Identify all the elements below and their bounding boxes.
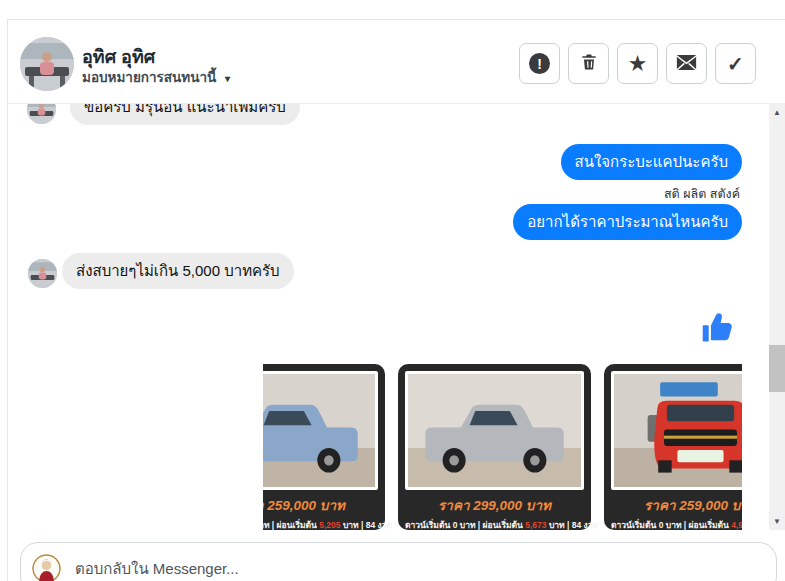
car-listing-card[interactable]: ราคา 299,000 บาท ดาวน์เริ่มต้น 0 บาท | ผ… xyxy=(398,364,591,530)
mark-as-done-button[interactable]: ✓ xyxy=(715,43,756,84)
person-photo-placeholder xyxy=(20,37,74,91)
check-icon: ✓ xyxy=(727,52,744,76)
envelope-icon xyxy=(676,54,697,74)
car-price: ราคา 299,000 บาท xyxy=(405,494,584,516)
installment-amount: 5,205 xyxy=(319,520,340,530)
exclamation-circle-icon: ! xyxy=(529,53,550,74)
star-icon: ★ xyxy=(629,54,646,73)
delete-button[interactable] xyxy=(568,43,609,84)
conversation-header: อุทิศ อุทิศ มอบหมายการสนทนานี้ ▾ ! ★ xyxy=(8,20,785,104)
incoming-message-bubble: ขอครับ มีรุ่นอื่น แนะนำเพิ่มครับ xyxy=(70,104,300,125)
car-finance-details: ดาวน์เริ่มต้น 0 บาท | ผ่อนเริ่มต้น 4,914… xyxy=(611,518,742,531)
outgoing-message-bubble: สนใจกระบะแคปนะครับ xyxy=(561,144,742,180)
scroll-up-arrow-icon[interactable]: ▲ xyxy=(769,105,785,119)
image-album-carousel: ราคา 259,000 บาท ดาวน์เริ่มต้น 0 บาท | ผ… xyxy=(263,364,742,531)
reply-composer[interactable] xyxy=(20,542,777,581)
installment-amount: 4,914 xyxy=(731,520,742,530)
contact-avatar-small xyxy=(28,259,57,288)
contact-avatar xyxy=(20,37,74,91)
sender-attribution-label: สติ ผลิต สตังค์ xyxy=(664,184,740,204)
car-listing-card[interactable]: ราคา 259,000 บาท ดาวน์เริ่มต้น 0 บาท | ผ… xyxy=(604,364,742,530)
message-list: ขอครับ มีรุ่นอื่น แนะนำเพิ่มครับ สนใจกระ… xyxy=(8,104,769,538)
header-action-buttons: ! ★ ✓ xyxy=(519,43,756,84)
reply-input[interactable] xyxy=(75,560,675,577)
installment-amount: 5,673 xyxy=(525,520,546,530)
scrollbar-thumb[interactable] xyxy=(769,345,785,392)
car-photo xyxy=(611,371,742,490)
car-listing-card[interactable]: ราคา 259,000 บาท ดาวน์เริ่มต้น 0 บาท | ผ… xyxy=(263,364,385,530)
car-photo xyxy=(405,371,584,490)
scroll-down-arrow-icon[interactable]: ▼ xyxy=(769,514,785,528)
chat-scrollbar[interactable]: ▲ ▼ xyxy=(769,103,785,530)
contact-avatar-small xyxy=(27,104,56,124)
incoming-message-bubble: ส่งสบายๆไม่เกิน 5,000 บาทครับ xyxy=(62,253,294,289)
page-avatar xyxy=(32,554,61,581)
mark-as-spam-button[interactable]: ! xyxy=(519,43,560,84)
trash-icon xyxy=(579,52,599,75)
car-photo xyxy=(263,371,378,490)
car-price: ราคา 259,000 บาท xyxy=(263,494,378,516)
mark-as-unread-button[interactable] xyxy=(666,43,707,84)
flag-follow-up-button[interactable]: ★ xyxy=(617,43,658,84)
thumbs-up-icon xyxy=(700,310,736,346)
assign-conversation-label: มอบหมายการสนทนานี้ xyxy=(82,70,216,85)
assign-conversation-dropdown[interactable]: มอบหมายการสนทนานี้ ▾ xyxy=(82,66,230,88)
chevron-down-icon: ▾ xyxy=(225,73,230,84)
outgoing-message-bubble: อยากได้ราคาประมาณไหนครับ xyxy=(513,204,742,240)
messenger-inbox-page: อุทิศ อุทิศ มอบหมายการสนทนานี้ ▾ ! ★ xyxy=(0,0,785,581)
car-price: ราคา 259,000 บาท xyxy=(611,494,742,516)
car-finance-details: ดาวน์เริ่มต้น 0 บาท | ผ่อนเริ่มต้น 5,673… xyxy=(405,518,584,531)
car-finance-details: ดาวน์เริ่มต้น 0 บาท | ผ่อนเริ่มต้น 5,205… xyxy=(263,518,378,531)
